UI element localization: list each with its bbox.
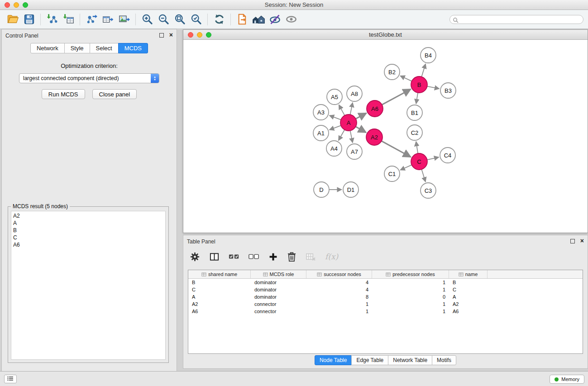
edge-B-B1[interactable] (416, 93, 418, 104)
import-network-button[interactable] (44, 12, 60, 27)
network-node-B2[interactable]: B2 (384, 64, 400, 80)
edge-A-A3[interactable] (330, 115, 341, 120)
network-node-C2[interactable]: C2 (407, 125, 422, 140)
add-row-button[interactable] (268, 250, 278, 263)
network-node-B1[interactable]: B1 (407, 105, 422, 120)
network-node-C3[interactable]: C3 (421, 183, 436, 198)
edge-B-B3[interactable] (427, 86, 440, 89)
open-file-button[interactable] (5, 12, 21, 27)
close-panel-button[interactable]: × (169, 31, 173, 38)
cell-successor-nodes[interactable]: 4 (306, 279, 372, 286)
edge-A-A5[interactable] (339, 105, 345, 116)
tab-motifs[interactable]: Motifs (432, 355, 456, 365)
edge-A-A6[interactable] (356, 113, 367, 119)
cell-predecessor-nodes[interactable]: 1 (372, 300, 449, 308)
edge-C-C2[interactable] (416, 142, 418, 153)
network-node-A2[interactable]: A2 (366, 129, 382, 145)
edge-A-A8[interactable] (350, 103, 353, 115)
save-session-button[interactable] (21, 12, 37, 27)
cell-MCDS-role[interactable]: dominator (251, 293, 306, 300)
network-node-B[interactable]: B (411, 76, 427, 93)
network-node-A3[interactable]: A3 (313, 105, 329, 120)
cell-name[interactable]: A6 (449, 308, 488, 315)
refresh-button[interactable] (211, 12, 227, 27)
tab-select[interactable]: Select (90, 43, 119, 53)
cell-name[interactable]: B (449, 279, 488, 286)
edge-A2-C[interactable] (382, 141, 411, 157)
edge-A-A1[interactable] (330, 125, 341, 130)
tab-edge-table[interactable]: Edge Table (351, 355, 388, 365)
column-header-MCDS-role[interactable]: MCDS role (251, 270, 306, 278)
network-node-A[interactable]: A (340, 114, 357, 131)
search-input[interactable] (449, 15, 583, 24)
close-panel-button-2[interactable]: Close panel (92, 89, 137, 99)
table-row-A[interactable]: Adominator80A (188, 293, 583, 300)
columns-button[interactable] (209, 250, 220, 263)
task-history-button[interactable] (4, 375, 17, 383)
run-mcds-button[interactable]: Run MCDS (42, 89, 85, 99)
table-row-C[interactable]: Cdominator41C (188, 286, 583, 293)
edge-C-C1[interactable] (400, 165, 411, 170)
network-node-C4[interactable]: C4 (440, 148, 455, 163)
export-network-button[interactable] (83, 12, 100, 27)
memory-button[interactable]: Memory (550, 375, 584, 384)
cell-predecessor-nodes[interactable]: 1 (372, 279, 449, 286)
float-panel-button[interactable] (159, 33, 164, 38)
network-node-A1[interactable]: A1 (313, 125, 329, 141)
export-image-button[interactable] (116, 12, 132, 27)
edge-A6-B[interactable] (382, 89, 411, 105)
close-window-button[interactable] (5, 2, 10, 8)
cell-name[interactable]: A (449, 293, 488, 300)
network-node-D1[interactable]: D1 (343, 182, 359, 197)
network-node-A4[interactable]: A4 (326, 141, 342, 156)
cell-predecessor-nodes[interactable]: 0 (372, 293, 449, 300)
table-float-panel-button[interactable] (570, 239, 575, 243)
home-button[interactable] (250, 12, 267, 27)
network-node-C[interactable]: C (411, 153, 427, 170)
edge-A-A2[interactable] (356, 127, 366, 133)
column-header-predecessor-nodes[interactable]: predecessor nodes (372, 270, 449, 278)
network-node-A6[interactable]: A6 (367, 100, 383, 117)
column-header-shared-name[interactable]: shared name (188, 270, 251, 278)
network-node-A8[interactable]: A8 (347, 86, 362, 101)
network-window-titlebar[interactable]: testGlobe.txt (183, 30, 588, 40)
edge-A-A7[interactable] (350, 131, 353, 143)
zoom-window-button[interactable] (23, 2, 28, 8)
show-hide-button[interactable] (283, 12, 299, 27)
cell-successor-nodes[interactable]: 4 (306, 286, 372, 293)
cell-name[interactable]: C (449, 286, 488, 293)
network-minimize-button[interactable] (197, 32, 202, 38)
mcds-result-list[interactable]: A2ABCA6 (11, 211, 166, 360)
network-close-button[interactable] (188, 32, 193, 38)
network-node-D[interactable]: D (314, 182, 329, 197)
edge-A-A4[interactable] (339, 130, 344, 141)
cell-shared-name[interactable]: A6 (188, 308, 251, 315)
export-table-button[interactable] (100, 12, 116, 27)
network-node-A5[interactable]: A5 (327, 89, 342, 105)
table-row-A6[interactable]: A6connector11A6 (188, 308, 583, 315)
toggle-visibility-button[interactable] (267, 12, 283, 27)
zoom-out-button[interactable] (155, 12, 172, 27)
cell-MCDS-role[interactable]: connector (251, 308, 306, 315)
network-zoom-button[interactable] (206, 32, 211, 38)
delete-row-button[interactable] (287, 250, 296, 263)
import-table-button[interactable] (60, 12, 76, 27)
cell-shared-name[interactable]: A (188, 293, 251, 300)
cell-shared-name[interactable]: C (188, 286, 251, 293)
cell-successor-nodes[interactable]: 1 (306, 308, 372, 315)
cell-MCDS-role[interactable]: connector (251, 300, 306, 308)
tab-mcds[interactable]: MCDS (118, 43, 148, 53)
settings-button[interactable] (190, 250, 200, 263)
network-node-B3[interactable]: B3 (440, 83, 456, 98)
cell-MCDS-role[interactable]: dominator (251, 286, 306, 293)
edge-B-B4[interactable] (421, 64, 425, 77)
column-header-name[interactable]: name (449, 270, 488, 278)
cell-MCDS-role[interactable]: dominator (251, 279, 306, 286)
cell-shared-name[interactable]: A2 (188, 300, 251, 308)
cell-predecessor-nodes[interactable]: 1 (372, 286, 449, 293)
select-all-button[interactable] (229, 250, 239, 263)
optimization-criterion-dropdown[interactable]: largest connected component (directed) ▲… (19, 73, 159, 83)
network-node-A7[interactable]: A7 (347, 144, 362, 159)
tab-network[interactable]: Network (30, 43, 65, 53)
tab-network-table[interactable]: Network Table (388, 355, 432, 365)
